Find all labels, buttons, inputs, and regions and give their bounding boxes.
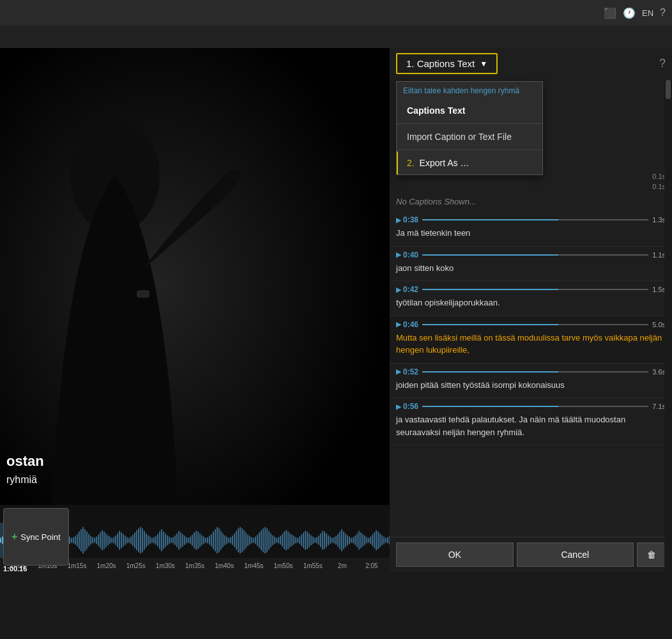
caption-time-row-4: ▶ 0:46 5.0s [396, 320, 666, 329]
svg-rect-163 [307, 532, 308, 550]
caption-text-4[interactable]: Mutta sen lisäksi meillä on tässä moduul… [396, 332, 666, 357]
scroll-thumb[interactable] [666, 80, 671, 99]
svg-rect-116 [217, 527, 218, 554]
svg-rect-193 [364, 535, 365, 545]
svg-rect-177 [333, 537, 335, 544]
svg-rect-87 [161, 529, 162, 551]
caption-play-button-3[interactable]: ▶ 0:42 [396, 285, 418, 294]
caption-play-button-6[interactable]: ▶ 0:56 [396, 402, 418, 411]
caption-play-button-1[interactable]: ▶ 0:38 [396, 215, 418, 224]
caption-play-button-4[interactable]: ▶ 0:46 [396, 320, 418, 329]
trash-icon: 🗑 [647, 550, 656, 560]
svg-rect-145 [272, 535, 273, 546]
svg-rect-155 [291, 535, 293, 546]
svg-rect-58 [105, 534, 107, 548]
svg-rect-124 [232, 535, 233, 545]
svg-rect-63 [115, 535, 116, 545]
svg-rect-73 [134, 532, 135, 548]
second-bar [0, 26, 672, 48]
svg-rect-76 [140, 527, 141, 554]
delete-button[interactable]: 🗑 [637, 543, 666, 567]
caption-duration-4: 5.0s [652, 321, 666, 328]
svg-rect-71 [130, 537, 132, 544]
person-silhouette [0, 48, 390, 521]
timeline-label-10: 1m55s [298, 562, 328, 569]
help-icon[interactable]: ? [660, 7, 666, 19]
svg-rect-59 [107, 535, 109, 546]
caption-overlay-line2: ryhmiä [6, 474, 37, 486]
svg-rect-189 [356, 534, 358, 548]
svg-rect-161 [303, 532, 304, 548]
svg-rect-129 [241, 528, 243, 553]
caption-text-3[interactable]: työtilan opiskelijaporukkaan. [396, 296, 666, 309]
menu-item-import[interactable]: Import Caption or Text File [397, 125, 542, 148]
caption-duration-bar-5 [422, 371, 648, 373]
svg-rect-69 [126, 537, 128, 544]
caption-icon[interactable]: ⬛ [604, 7, 616, 19]
caption-duration-3: 1.5s [652, 286, 666, 293]
svg-rect-61 [111, 538, 112, 543]
caption-duration-6: 7.1s [652, 403, 666, 410]
svg-rect-172 [324, 532, 325, 550]
caption-text-1[interactable]: Ja mä tietenkin teen [396, 227, 666, 240]
svg-rect-77 [142, 528, 143, 553]
menu-item-captions-text[interactable]: Captions Text [397, 99, 542, 122]
svg-rect-131 [245, 532, 247, 548]
caption-duration-bar-1 [422, 219, 648, 220]
svg-rect-199 [376, 530, 377, 551]
svg-rect-185 [349, 537, 350, 544]
caption-play-button-2[interactable]: ▶ 0:40 [396, 250, 418, 259]
caption-duration-1: 1.3s [652, 216, 666, 224]
svg-rect-94 [174, 535, 176, 545]
svg-rect-102 [190, 537, 191, 544]
cancel-button[interactable]: Cancel [517, 543, 634, 567]
caption-entry-5: ▶ 0:52 3.6s joiden pitää sitten työstää … [390, 364, 672, 399]
svg-rect-127 [238, 528, 239, 553]
svg-rect-168 [316, 537, 317, 544]
ok-button[interactable]: OK [396, 543, 514, 567]
svg-rect-39 [69, 537, 70, 544]
svg-rect-88 [163, 532, 164, 550]
main-area: ostan ryhmiä + Sync Point [0, 48, 672, 572]
timeline-label-9: 1m50s [268, 562, 298, 569]
timeline-label-4: 1m25s [121, 562, 151, 569]
caption-entry-4: ▶ 0:46 5.0s Mutta sen lisäksi meillä on … [390, 316, 672, 364]
svg-rect-43 [77, 534, 78, 547]
svg-rect-130 [243, 530, 245, 551]
svg-rect-152 [286, 530, 287, 551]
svg-rect-122 [228, 538, 229, 543]
panel-help-icon[interactable]: ? [659, 57, 666, 70]
caption-text-5[interactable]: joiden pitää sitten työstää isompi kokon… [396, 379, 666, 392]
sync-point-button[interactable]: + Sync Point [3, 508, 69, 566]
svg-rect-98 [182, 534, 183, 547]
timeline-label-7: 1m40s [210, 562, 239, 569]
timeline-current-time: 1:00.16 [3, 565, 27, 573]
svg-rect-184 [347, 535, 348, 546]
play-icon-5: ▶ [396, 367, 401, 376]
svg-rect-79 [146, 534, 147, 548]
caption-time-1: 0:38 [403, 215, 418, 224]
captions-dropdown-button[interactable]: 1. Captions Text ▼ [396, 53, 498, 74]
caption-duration-bar-6 [422, 406, 648, 407]
svg-rect-166 [312, 537, 314, 544]
svg-rect-142 [266, 528, 268, 553]
svg-rect-196 [370, 537, 371, 544]
language-selector[interactable]: EN [642, 8, 653, 18]
svg-rect-183 [345, 534, 346, 548]
svg-rect-104 [194, 532, 195, 548]
captions-list[interactable]: 0.1s 0.1s No Captions Shown... ▶ 0:38 1.… [390, 169, 672, 537]
dropdown-menu: Eiltan talee kahden hengen ryhmä Caption… [396, 81, 543, 175]
svg-rect-45 [80, 529, 82, 551]
svg-rect-74 [136, 530, 137, 551]
caption-text-2[interactable]: jaon sitten koko [396, 262, 666, 275]
menu-item-export[interactable]: 2. Export As … [397, 151, 542, 174]
caption-duration-bar-4 [422, 324, 648, 325]
svg-rect-128 [240, 527, 241, 554]
svg-rect-191 [360, 532, 362, 548]
history-icon[interactable]: 🕐 [623, 7, 636, 19]
caption-text-6[interactable]: ja vastaavasti tehdä palautukset. Ja näi… [396, 413, 666, 438]
svg-rect-139 [261, 530, 262, 551]
caption-play-button-5[interactable]: ▶ 0:52 [396, 367, 418, 376]
scroll-indicator[interactable] [664, 80, 672, 578]
play-icon-2: ▶ [396, 250, 401, 259]
